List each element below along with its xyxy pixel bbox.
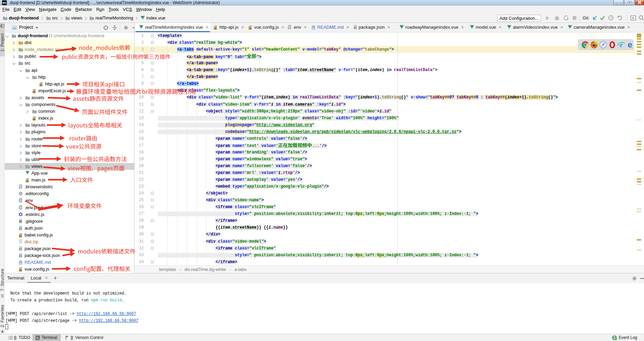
svg-text:1: 1 bbox=[614, 336, 616, 340]
svg-text:JS: JS bbox=[19, 269, 22, 272]
svg-text:MD: MD bbox=[19, 262, 22, 265]
svg-text:JS: JS bbox=[33, 118, 36, 121]
svg-text:WS: WS bbox=[2, 2, 6, 4]
svg-text:JS: JS bbox=[33, 91, 36, 93]
svg-text:{}: {} bbox=[354, 26, 357, 29]
svg-text:{}: {} bbox=[19, 254, 22, 257]
svg-text:MD: MD bbox=[312, 27, 315, 30]
svg-text:JS: JS bbox=[249, 27, 252, 30]
svg-text:{}: {} bbox=[19, 247, 22, 250]
svg-text:JS: JS bbox=[40, 84, 43, 86]
svg-text:JS: JS bbox=[214, 27, 217, 30]
svg-text:e: e bbox=[619, 41, 623, 49]
svg-text:e: e bbox=[628, 41, 632, 49]
svg-text:JS: JS bbox=[19, 235, 22, 237]
svg-text:JS: JS bbox=[26, 180, 29, 182]
svg-text:{}: {} bbox=[19, 227, 22, 230]
